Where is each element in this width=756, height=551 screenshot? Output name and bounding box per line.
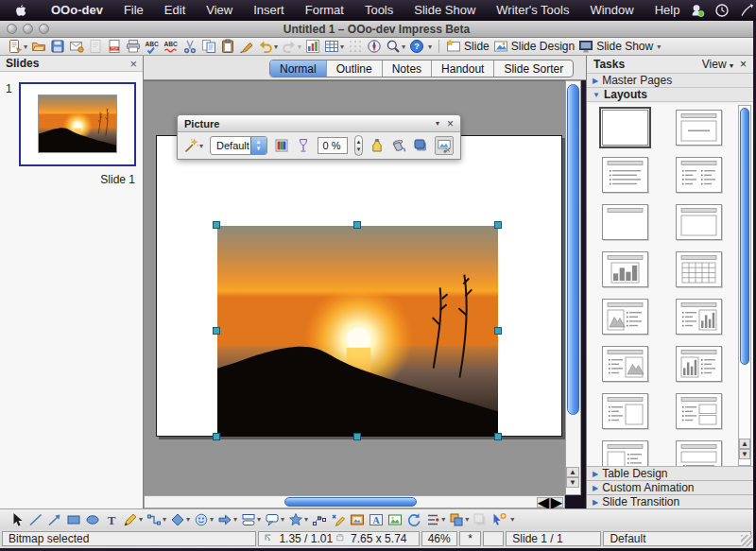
selection-handle-e[interactable] [494,327,502,335]
crop-icon[interactable] [435,136,454,155]
curve-tool[interactable]: ▾ [121,511,145,527]
from-file-button[interactable] [386,511,404,527]
slide-thumbnail[interactable] [19,82,136,166]
interaction-button[interactable] [490,511,508,527]
selection-handle-w[interactable] [213,327,220,335]
picture-palette[interactable]: Picture ▾ × ▾Default ▲▼0 %▲▼ [177,114,461,160]
scroll-down-icon[interactable]: ▼ [566,477,579,488]
open-button[interactable] [29,39,48,55]
transparency-field[interactable]: 0 % [318,137,348,154]
paste-button[interactable] [218,39,237,55]
scroll-right-icon[interactable]: ▶ [550,497,563,508]
help-button[interactable]: ? [407,39,426,55]
slide-button[interactable]: Slide [444,39,491,55]
horizontal-scroll-thumb[interactable] [284,497,417,507]
print-button[interactable] [124,39,143,55]
layouts-scrollbar[interactable]: ▲ ▼ [738,105,751,466]
layout-title-chart-text[interactable] [676,346,722,382]
section-table-design[interactable]: ▶Table Design [587,466,753,480]
spellcheck-button[interactable]: ABC [143,39,162,55]
layout-title-text-two-boxes[interactable] [676,393,722,429]
layouts-scroll-up-icon[interactable]: ▲ [739,439,750,449]
presentation-overflow[interactable]: ▾ [655,39,662,55]
text-tool[interactable]: T [102,511,121,527]
layout-blank[interactable] [602,110,648,146]
color-icon[interactable] [274,138,289,153]
layouts-scroll-thumb[interactable] [740,108,749,365]
tab-normal[interactable]: Normal [270,60,327,77]
slide-show-button[interactable]: Slide Show [576,39,655,55]
basic-shapes-tool[interactable]: ▾ [168,511,192,527]
shadow-toggle[interactable] [471,511,490,527]
scroll-up-icon[interactable]: ▲ [566,467,579,477]
auto-spellcheck-button[interactable]: ABC [162,39,180,55]
save-button[interactable] [48,39,67,55]
gallery-button[interactable] [348,511,367,527]
layout-title-table[interactable] [676,251,722,287]
menu-insert[interactable]: Insert [243,0,295,21]
apple-menu-icon[interactable] [13,3,27,19]
menu-slide-show[interactable]: Slide Show [404,0,486,21]
ellipse-tool[interactable] [83,511,102,527]
zoom-button[interactable]: ▾ [384,39,407,55]
block-arrows-tool[interactable]: ▾ [215,511,239,527]
graphic-filter-icon[interactable]: ▾ [184,138,203,153]
shadow-icon[interactable] [413,138,428,153]
transparency-icon[interactable] [296,138,311,153]
layout-title-box-text[interactable] [602,440,648,467]
tasks-view-menu[interactable]: View ▾ [702,58,733,71]
undo-button[interactable]: ▾ [256,39,280,55]
menu-tools[interactable]: Tools [354,0,404,21]
line-icon[interactable] [369,138,385,153]
callouts-tool[interactable]: ▾ [263,511,286,527]
scroll-left-icon[interactable]: ◀ [537,497,550,508]
rectangle-tool[interactable] [64,511,83,527]
vertical-scrollbar[interactable]: ▲ ▼ [565,80,581,495]
insert-chart-button[interactable] [303,39,322,55]
slides-panel-close-icon[interactable]: × [129,58,137,70]
stars-tool[interactable]: ▾ [286,511,310,527]
layout-title-content[interactable] [676,110,722,146]
glue-points-tool[interactable] [329,511,348,527]
layout-title-text-clipart[interactable] [602,346,648,382]
layout-title-two-bullets[interactable] [676,157,722,193]
menu-format[interactable]: Format [295,0,354,21]
pen-status-icon[interactable] [739,3,754,18]
layout-title-bullets[interactable] [602,157,648,193]
arrange-button[interactable]: ▾ [447,511,471,527]
picture-palette-titlebar[interactable]: Picture ▾ × [178,115,460,132]
email-button[interactable] [67,39,86,55]
section-master-pages[interactable]: ▶ Master Pages [587,74,753,88]
edit-file-button[interactable] [86,39,105,55]
section-slide-transition[interactable]: ▶Slide Transition [587,494,753,508]
menu-view[interactable]: View [196,0,243,21]
rotate-tool[interactable] [404,511,423,527]
insert-table-button[interactable]: ▾ [322,39,346,55]
selection-handle-sw[interactable] [213,433,220,440]
menu-file[interactable]: File [113,0,154,21]
slide-design-button[interactable]: Slide Design [491,39,576,55]
section-custom-animation[interactable]: ▶Custom Animation [587,480,753,494]
layout-title-box[interactable] [676,204,722,240]
fontwork-button[interactable]: A [367,511,386,527]
menu-edit[interactable]: Edit [154,0,196,21]
layout-title-chart[interactable] [602,251,648,287]
export-pdf-button[interactable]: PDF [105,39,124,55]
section-layouts[interactable]: ▼ Layouts [587,88,753,102]
layout-title-text-box[interactable] [602,393,648,429]
drawbar-overflow[interactable]: ▾ [508,511,516,527]
arrow-tool[interactable] [45,511,64,527]
alignment-button[interactable]: ▾ [423,511,447,527]
horizontal-scrollbar[interactable]: ◀ ▶ [144,495,565,508]
window-title-bar[interactable]: Untitled 1 – OOo-dev Impress Beta [0,21,753,38]
copy-button[interactable] [199,39,218,55]
palette-menu-icon[interactable]: ▾ [436,119,439,128]
layout-title-text-chart[interactable] [676,299,722,335]
transparency-stepper[interactable]: ▲▼ [354,135,363,156]
tab-handout[interactable]: Handout [432,60,494,77]
tab-slide-sorter[interactable]: Slide Sorter [494,60,573,77]
connector-tool[interactable]: ▾ [145,511,168,527]
layouts-scroll-down-icon[interactable]: ▼ [739,449,750,459]
edit-points-tool[interactable] [310,511,329,527]
status-zoom[interactable]: 46% [421,531,457,546]
